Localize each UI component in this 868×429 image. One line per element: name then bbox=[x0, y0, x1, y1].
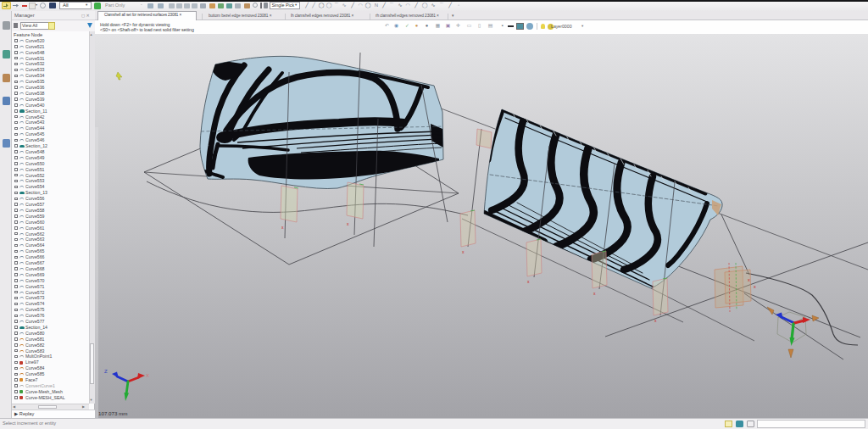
svg-text:x: x bbox=[754, 284, 756, 289]
svg-text:x: x bbox=[748, 277, 750, 282]
svg-text:107.073 mm: 107.073 mm bbox=[98, 410, 127, 416]
svg-text:Z: Z bbox=[104, 369, 108, 374]
svg-text:X: X bbox=[146, 373, 149, 378]
